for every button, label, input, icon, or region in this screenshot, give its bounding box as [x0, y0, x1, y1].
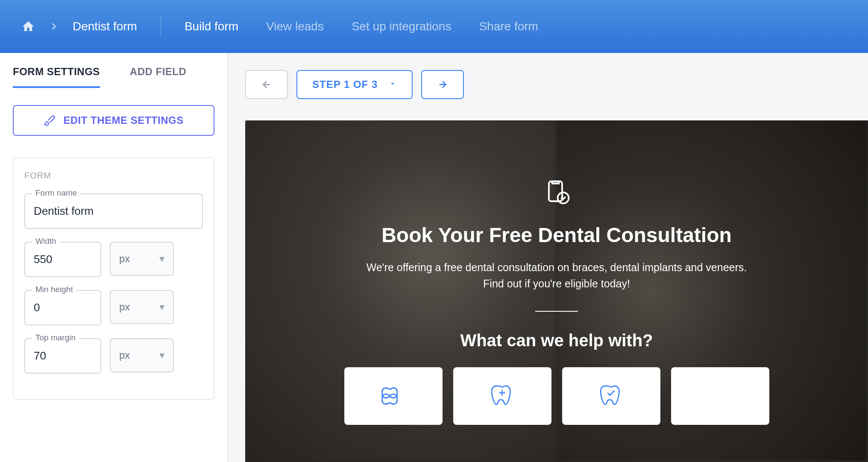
home-icon[interactable]	[21, 20, 35, 33]
preview-subtitle: We're offering a free dental consultatio…	[364, 260, 749, 292]
chevron-right-icon	[48, 20, 60, 32]
prev-step-button[interactable]	[245, 70, 288, 99]
sidebar: FORM SETTINGS ADD FIELD EDIT THEME SETTI…	[0, 53, 228, 462]
nav-view-leads[interactable]: View leads	[266, 20, 324, 33]
option-card-braces[interactable]	[344, 367, 443, 425]
caret-down-icon: ▾	[159, 253, 164, 265]
preview-question: What can we help with?	[460, 331, 653, 350]
width-unit-value: px	[119, 253, 130, 265]
top-margin-input[interactable]	[24, 338, 101, 374]
tab-add-field[interactable]: ADD FIELD	[130, 66, 187, 88]
form-name-input[interactable]	[24, 193, 203, 229]
brush-icon	[44, 114, 56, 126]
caret-down-icon: ▾	[159, 301, 164, 313]
width-input[interactable]	[24, 242, 101, 277]
min-height-unit-value: px	[119, 301, 130, 313]
arrow-left-icon	[261, 79, 272, 90]
next-step-button[interactable]	[421, 70, 464, 99]
min-height-input[interactable]	[24, 290, 101, 325]
breadcrumb-title: Dentist form	[73, 20, 137, 33]
edit-theme-label: EDIT THEME SETTINGS	[63, 114, 184, 126]
option-card-other[interactable]	[671, 367, 769, 425]
header-divider	[161, 16, 161, 37]
step-bar: STEP 1 OF 3	[245, 70, 868, 99]
section-title: FORM	[24, 171, 203, 181]
braces-icon	[378, 380, 408, 412]
header-nav: Build form View leads Set up integration…	[185, 20, 538, 33]
main-panel: STEP 1 OF 3	[228, 53, 868, 462]
step-dropdown[interactable]: STEP 1 OF 3	[296, 70, 413, 99]
tooth-plus-icon	[488, 381, 516, 411]
form-section: FORM Form name Width px ▾	[13, 157, 214, 400]
top-margin-unit-select[interactable]: px ▾	[110, 338, 174, 372]
app-header: Dentist form Build form View leads Set u…	[0, 0, 868, 53]
option-card-veneer[interactable]	[562, 367, 660, 425]
tab-form-settings[interactable]: FORM SETTINGS	[13, 66, 100, 88]
min-height-label: Min height	[32, 285, 76, 294]
arrow-right-icon	[437, 79, 448, 90]
caret-down-icon: ▾	[159, 349, 164, 361]
nav-build-form[interactable]: Build form	[185, 20, 238, 33]
width-label: Width	[32, 237, 60, 246]
tooth-check-icon	[597, 381, 625, 411]
min-height-unit-select[interactable]: px ▾	[110, 290, 174, 324]
preview-title: Book Your Free Dental Consultation	[381, 223, 732, 247]
nav-share-form[interactable]: Share form	[479, 20, 538, 33]
top-margin-unit-value: px	[119, 349, 130, 361]
width-unit-select[interactable]: px ▾	[110, 242, 174, 276]
form-preview: Book Your Free Dental Consultation We're…	[245, 120, 868, 462]
step-label: STEP 1 OF 3	[312, 79, 378, 91]
preview-divider	[535, 311, 578, 312]
option-card-implant[interactable]	[453, 367, 551, 425]
edit-theme-button[interactable]: EDIT THEME SETTINGS	[13, 105, 214, 136]
form-name-label: Form name	[32, 188, 80, 198]
caret-down-icon	[388, 79, 397, 91]
clipboard-check-icon	[543, 178, 570, 206]
top-margin-label: Top margin	[32, 333, 79, 342]
nav-set-up-integrations[interactable]: Set up integrations	[352, 20, 452, 33]
